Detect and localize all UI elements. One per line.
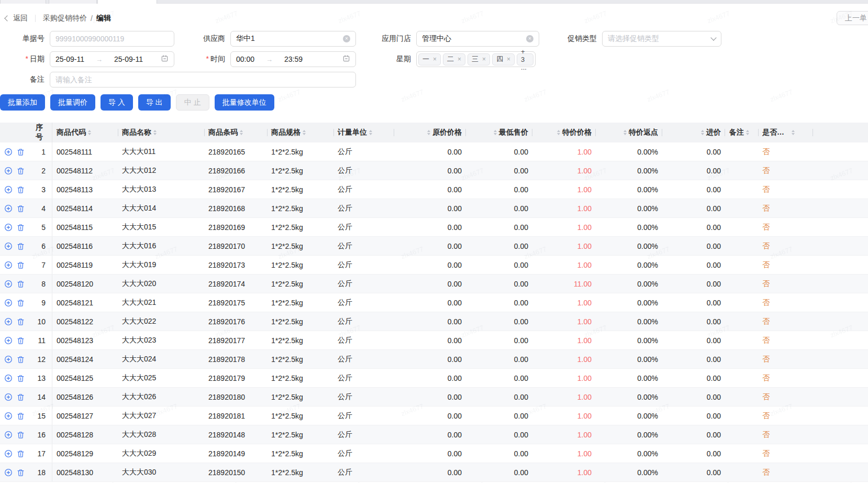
delete-row-icon[interactable] — [17, 431, 25, 439]
supplier-field[interactable]: × — [230, 31, 356, 47]
add-row-icon[interactable] — [4, 242, 13, 250]
sort-icon[interactable] — [88, 130, 91, 135]
clear-icon[interactable]: × — [343, 35, 350, 42]
sort-icon[interactable] — [369, 130, 372, 135]
add-row-icon[interactable] — [4, 299, 13, 307]
week-tag[interactable]: 二× — [443, 53, 465, 65]
delete-row-icon[interactable] — [17, 412, 25, 420]
add-row-icon[interactable] — [4, 449, 13, 458]
add-row-icon[interactable] — [4, 204, 13, 213]
column-header-orig[interactable]: 原价价格 — [417, 123, 466, 142]
sort-icon[interactable] — [746, 130, 749, 135]
delete-row-icon[interactable] — [17, 242, 25, 250]
toolbar-button[interactable]: 中 止 — [176, 94, 209, 111]
column-header-purchase[interactable]: 进价 — [662, 123, 725, 142]
delete-row-icon[interactable] — [17, 204, 25, 213]
delete-row-icon[interactable] — [17, 374, 25, 382]
toolbar-button[interactable]: 导 入 — [101, 94, 133, 111]
previous-order-button[interactable]: 上一单 — [837, 11, 868, 25]
toolbar-button[interactable]: 导 出 — [138, 94, 171, 111]
column-header-unit[interactable]: 计量单位 — [333, 123, 394, 142]
sort-icon[interactable] — [792, 130, 795, 135]
sort-icon[interactable] — [303, 130, 306, 135]
week-tag[interactable]: 三× — [468, 53, 490, 65]
tab-1[interactable] — [0, 0, 46, 4]
store-input[interactable] — [422, 35, 526, 43]
date-range-picker[interactable]: 25-09-11 → 25-09-11 — [50, 51, 174, 67]
delete-row-icon[interactable] — [17, 148, 25, 156]
sort-icon[interactable] — [427, 130, 430, 135]
add-row-icon[interactable] — [4, 355, 13, 364]
doc-no-field[interactable] — [50, 31, 174, 47]
toolbar-button[interactable]: 批量添加 — [0, 94, 45, 111]
week-tag[interactable]: 四× — [492, 53, 515, 65]
supplier-input[interactable] — [236, 35, 343, 43]
add-row-icon[interactable] — [4, 336, 13, 345]
date-end[interactable]: 25-09-11 — [114, 55, 143, 63]
add-row-icon[interactable] — [4, 167, 13, 175]
delete-row-icon[interactable] — [17, 261, 25, 269]
date-start[interactable]: 25-09-11 — [55, 55, 84, 63]
column-header-name[interactable]: 商品名称 — [118, 123, 204, 142]
delete-row-icon[interactable] — [17, 299, 25, 307]
add-row-icon[interactable] — [4, 412, 13, 420]
toolbar-button[interactable]: 批量调价 — [50, 94, 95, 111]
column-header-special[interactable]: 特价价格 — [532, 123, 596, 142]
tab-active[interactable] — [97, 0, 157, 4]
sort-icon[interactable] — [240, 130, 243, 135]
clear-icon[interactable]: × — [526, 35, 533, 42]
sort-icon[interactable] — [153, 130, 157, 135]
remove-tag-icon[interactable]: × — [433, 56, 437, 63]
time-end[interactable]: 23:59 — [284, 55, 303, 63]
remove-tag-icon[interactable]: × — [482, 56, 486, 63]
sort-icon[interactable] — [701, 130, 704, 135]
delete-row-icon[interactable] — [17, 468, 25, 477]
toolbar-button[interactable]: 批量修改单位 — [215, 94, 274, 111]
cell-barcode: 218920150 — [204, 463, 267, 481]
sort-icon[interactable] — [494, 130, 497, 135]
promo-type-select[interactable]: 请选择促销类型 — [602, 31, 721, 47]
sort-icon[interactable] — [557, 130, 560, 135]
add-row-icon[interactable] — [4, 185, 13, 194]
delete-row-icon[interactable] — [17, 317, 25, 326]
delete-row-icon[interactable] — [17, 355, 25, 364]
remove-tag-icon[interactable]: × — [507, 56, 510, 63]
column-header-min[interactable]: 最低售价 — [466, 123, 532, 142]
add-row-icon[interactable] — [4, 261, 13, 269]
remark-field[interactable] — [50, 72, 356, 87]
week-tag[interactable]: 一× — [418, 53, 441, 65]
remark-input[interactable] — [55, 75, 350, 84]
delete-row-icon[interactable] — [17, 280, 25, 288]
add-row-icon[interactable] — [4, 431, 13, 439]
add-row-icon[interactable] — [4, 468, 13, 477]
add-row-icon[interactable] — [4, 148, 13, 156]
sort-icon[interactable] — [624, 130, 627, 135]
time-start[interactable]: 00:00 — [236, 55, 254, 63]
doc-no-input[interactable] — [55, 35, 169, 43]
column-header-flag[interactable]: 是否… — [758, 123, 813, 142]
column-header-code[interactable]: 商品代码 — [52, 123, 118, 142]
column-header-remark[interactable]: 备注 — [725, 123, 758, 142]
remove-tag-icon[interactable]: × — [458, 56, 461, 63]
store-field[interactable]: × — [416, 31, 539, 47]
doc-no-label: 单据号 — [0, 34, 50, 43]
column-header-spec[interactable]: 商品规格 — [267, 123, 333, 142]
add-row-icon[interactable] — [4, 393, 13, 401]
add-row-icon[interactable] — [4, 317, 13, 326]
week-multiselect[interactable]: 一×二×三×四×+ 3 ... — [416, 51, 536, 67]
add-row-icon[interactable] — [4, 374, 13, 382]
delete-row-icon[interactable] — [17, 223, 25, 232]
time-range-picker[interactable]: 00:00 → 23:59 — [230, 51, 356, 67]
delete-row-icon[interactable] — [17, 167, 25, 175]
tab-2[interactable] — [49, 0, 97, 4]
delete-row-icon[interactable] — [17, 393, 25, 401]
delete-row-icon[interactable] — [17, 336, 25, 345]
delete-row-icon[interactable] — [17, 449, 25, 458]
back-button[interactable]: 返回 — [5, 14, 28, 23]
column-header-barcode[interactable]: 商品条码 — [204, 123, 267, 142]
column-header-rebate[interactable]: 特价返点 — [596, 123, 662, 142]
week-more-tag[interactable]: + 3 ... — [517, 53, 533, 65]
add-row-icon[interactable] — [4, 280, 13, 288]
delete-row-icon[interactable] — [17, 185, 25, 194]
add-row-icon[interactable] — [4, 223, 13, 232]
